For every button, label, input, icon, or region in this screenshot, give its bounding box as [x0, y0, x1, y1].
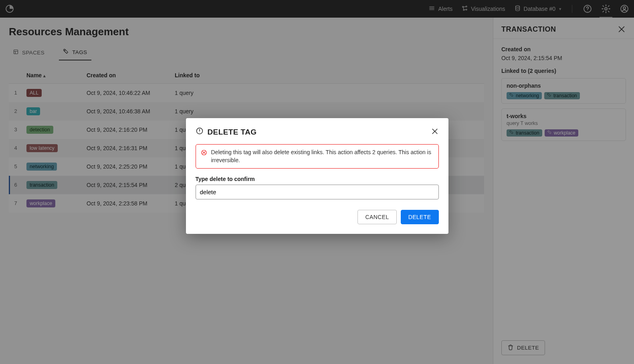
svg-point-25: [199, 132, 200, 133]
warning-text: Deleting this tag will also delete exist…: [211, 149, 434, 164]
cancel-button[interactable]: CANCEL: [357, 210, 396, 224]
warning-icon: [196, 127, 204, 137]
close-icon[interactable]: [431, 127, 439, 137]
confirm-label: Type delete to confirm: [196, 176, 439, 182]
modal-overlay[interactable]: DELETE TAG Deleting this tag will also d…: [0, 0, 634, 364]
confirm-input[interactable]: [196, 185, 439, 199]
modal-title: DELETE TAG: [208, 128, 257, 137]
confirm-delete-button[interactable]: DELETE: [401, 210, 439, 224]
delete-tag-modal: DELETE TAG Deleting this tag will also d…: [186, 118, 448, 234]
error-icon: [201, 149, 207, 158]
warning-alert: Deleting this tag will also delete exist…: [196, 144, 439, 169]
